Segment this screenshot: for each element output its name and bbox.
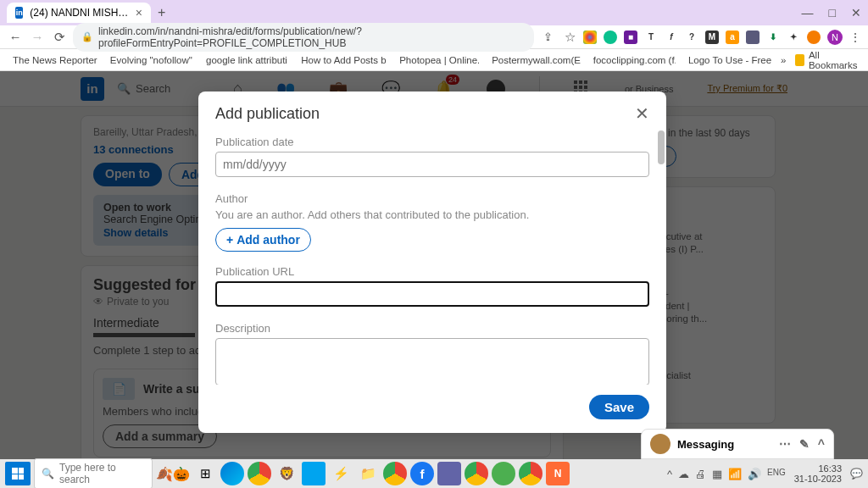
seasonal-icon: 🍂🎃: [156, 466, 190, 482]
browser-tab[interactable]: in (24) NANDNI MISHRA | LinkedIn ×: [7, 3, 151, 23]
add-publication-modal: Add publication ✕ Publication date Autho…: [198, 92, 666, 433]
plus-icon: +: [226, 233, 233, 247]
ext-icon[interactable]: [807, 30, 821, 44]
publication-url-input[interactable]: [215, 281, 649, 307]
bookmark-item[interactable]: fococlipping.com (f...: [589, 54, 676, 66]
ext-icon[interactable]: ⬇: [766, 30, 780, 44]
add-author-button[interactable]: +Add author: [215, 228, 311, 252]
messaging-avatar: [650, 434, 670, 454]
author-note: You are an author. Add others that contr…: [215, 208, 649, 221]
bookmark-item[interactable]: Photopea | Online...: [395, 54, 479, 66]
tray-icon[interactable]: 🖨: [695, 468, 706, 480]
close-tab-icon[interactable]: ×: [136, 6, 142, 19]
all-bookmarks[interactable]: All Bookmarks: [795, 50, 860, 70]
app-icon[interactable]: ⚡: [329, 462, 353, 485]
bookmarks-overflow[interactable]: »: [781, 55, 786, 65]
chrome-icon[interactable]: [465, 462, 488, 485]
compose-icon[interactable]: ✎: [799, 437, 810, 451]
start-button[interactable]: [5, 462, 31, 485]
bookmark-item[interactable]: Evolving "nofollow"...: [106, 54, 193, 66]
bookmark-item[interactable]: Postermywall.com(E...: [487, 54, 581, 66]
bookmark-item[interactable]: The News Reporter...: [8, 54, 97, 66]
ext-icon[interactable]: [746, 30, 760, 44]
explorer-icon[interactable]: 📁: [356, 462, 380, 485]
description-textarea[interactable]: [215, 338, 649, 385]
app-icon[interactable]: N: [546, 462, 570, 485]
chrome-icon[interactable]: [519, 462, 542, 485]
publication-date-input[interactable]: [215, 152, 649, 177]
scrollbar-thumb[interactable]: [658, 130, 665, 164]
reload-button[interactable]: ⟳: [51, 30, 68, 45]
window-controls: — □ ✕: [802, 6, 861, 19]
ext-icon[interactable]: f: [665, 30, 678, 44]
ext-icon[interactable]: a: [726, 30, 739, 44]
browser-menu-icon[interactable]: ⋮: [849, 30, 861, 44]
wifi-icon[interactable]: 📶: [728, 468, 742, 480]
minimize-icon[interactable]: —: [802, 6, 814, 19]
windows-taskbar: 🔍Type here to search 🍂🎃 ⊞ 🦁 ⚡ 📁 f N ^ ☁ …: [0, 459, 868, 488]
chrome-icon[interactable]: [248, 462, 271, 485]
maximize-icon[interactable]: □: [829, 6, 836, 19]
app-icon[interactable]: [437, 462, 461, 485]
extensions-puzzle-icon[interactable]: ✦: [787, 30, 800, 44]
new-tab-button[interactable]: +: [158, 5, 165, 20]
facebook-icon[interactable]: f: [410, 462, 434, 485]
share-icon[interactable]: ⇪: [539, 30, 556, 43]
modal-title: Add publication: [215, 105, 320, 123]
close-window-icon[interactable]: ✕: [851, 6, 861, 19]
extension-icons: ■ T f ? M a ⬇ ✦ N ⋮: [583, 30, 861, 45]
taskbar-search[interactable]: 🔍Type here to search: [34, 458, 153, 488]
publication-url-label: Publication URL: [215, 265, 649, 278]
ext-icon[interactable]: T: [644, 30, 658, 44]
language-icon[interactable]: ENG: [767, 468, 786, 480]
ext-icon[interactable]: M: [705, 30, 719, 44]
description-label: Description: [215, 322, 649, 335]
close-icon[interactable]: ✕: [635, 103, 649, 124]
url-text: linkedin.com/in/nandni-mishra/edit/forms…: [98, 25, 526, 49]
notification-icon[interactable]: 💬: [850, 468, 863, 480]
browser-tab-strip: in (24) NANDNI MISHRA | LinkedIn × + — □…: [0, 0, 868, 25]
tab-title: (24) NANDNI MISHRA | LinkedIn: [30, 7, 129, 19]
back-button[interactable]: ←: [7, 30, 24, 44]
profile-avatar-icon[interactable]: N: [827, 30, 843, 45]
ext-icon[interactable]: [583, 30, 597, 44]
chrome-icon[interactable]: [383, 462, 407, 485]
linkedin-favicon: in: [15, 7, 23, 19]
author-label: Author: [215, 192, 649, 205]
app-icon[interactable]: [302, 462, 326, 485]
bookmark-item[interactable]: google link attributi...: [202, 54, 288, 66]
ext-icon[interactable]: ?: [685, 30, 698, 44]
url-field[interactable]: 🔒 linkedin.com/in/nandni-mishra/edit/for…: [73, 23, 534, 52]
bookmark-item[interactable]: How to Add Posts b...: [297, 54, 387, 66]
address-bar: ← → ⟳ 🔒 linkedin.com/in/nandni-mishra/ed…: [0, 25, 868, 49]
brave-icon[interactable]: 🦁: [275, 462, 298, 485]
save-button[interactable]: Save: [589, 395, 649, 419]
ext-icon[interactable]: [604, 30, 617, 44]
onedrive-icon[interactable]: ☁: [678, 468, 689, 480]
ext-icon[interactable]: ■: [624, 30, 637, 44]
task-view-icon[interactable]: ⊞: [193, 462, 217, 485]
edge-icon[interactable]: [220, 462, 244, 485]
bookmarks-bar: The News Reporter... Evolving "nofollow"…: [0, 49, 868, 71]
search-icon: 🔍: [42, 468, 54, 480]
tray-up-icon[interactable]: ^: [667, 468, 672, 480]
star-icon[interactable]: ☆: [561, 30, 578, 45]
publication-date-label: Publication date: [215, 136, 649, 148]
volume-icon[interactable]: 🔊: [748, 468, 761, 480]
messaging-bar[interactable]: Messaging ⋯ ✎ ^: [641, 429, 834, 459]
more-icon[interactable]: ⋯: [779, 437, 791, 451]
lock-icon: 🔒: [81, 31, 93, 42]
chevron-up-icon[interactable]: ^: [818, 437, 825, 451]
bookmark-item[interactable]: Logo To Use - Free...: [684, 54, 772, 66]
tray-icon[interactable]: ▦: [712, 468, 722, 480]
forward-button: →: [29, 30, 46, 44]
taskbar-clock[interactable]: 16:33 31-10-2023: [794, 463, 842, 484]
app-icon[interactable]: [492, 462, 515, 485]
